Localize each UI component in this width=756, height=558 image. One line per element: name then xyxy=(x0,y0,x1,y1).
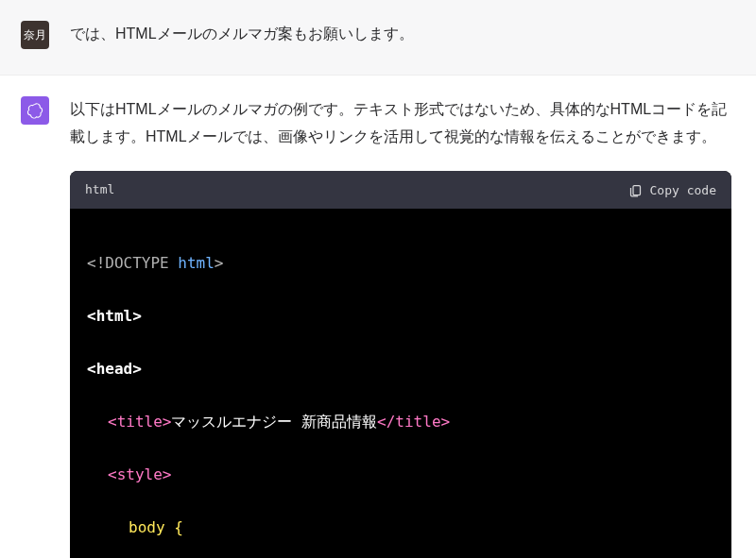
code-token: <html> xyxy=(87,307,142,325)
assistant-avatar xyxy=(21,96,49,125)
code-token: > xyxy=(215,254,224,272)
code-header: html Copy code xyxy=(70,171,731,208)
openai-logo-icon xyxy=(26,102,43,119)
code-token: <!DOCTYPE xyxy=(87,254,178,272)
code-token: <style> xyxy=(108,465,171,483)
code-token: マッスルエナジー 新商品情報 xyxy=(171,413,377,431)
assistant-message: 以下はHTMLメールのメルマガの例です。テキスト形式ではないため、具体的なHTM… xyxy=(0,76,756,558)
code-token: html xyxy=(178,254,215,272)
assistant-intro: 以下はHTMLメールのメルマガの例です。テキスト形式ではないため、具体的なHTM… xyxy=(70,96,731,151)
clipboard-icon xyxy=(628,183,643,197)
assistant-message-body: 以下はHTMLメールのメルマガの例です。テキスト形式ではないため、具体的なHTM… xyxy=(70,96,731,558)
code-block: html Copy code <!DOCTYPE html> <html> <h… xyxy=(70,171,731,558)
svg-rect-0 xyxy=(633,185,641,194)
copy-code-label: Copy code xyxy=(650,183,716,197)
user-text: では、HTMLメールのメルマガ案もお願いします。 xyxy=(70,21,731,48)
code-token: <head> xyxy=(87,360,142,378)
code-token: </title> xyxy=(377,413,450,431)
user-avatar-label: 奈月 xyxy=(24,27,46,43)
user-message: 奈月 では、HTMLメールのメルマガ案もお願いします。 xyxy=(0,0,756,76)
code-language-label: html xyxy=(85,178,114,200)
user-message-body: では、HTMLメールのメルマガ案もお願いします。 xyxy=(70,21,731,54)
code-token: <title> xyxy=(108,413,171,431)
user-avatar: 奈月 xyxy=(21,21,49,49)
code-body: <!DOCTYPE html> <html> <head> <title>マッス… xyxy=(70,209,731,558)
copy-code-button[interactable]: Copy code xyxy=(628,183,716,197)
code-token: body { xyxy=(129,518,183,536)
